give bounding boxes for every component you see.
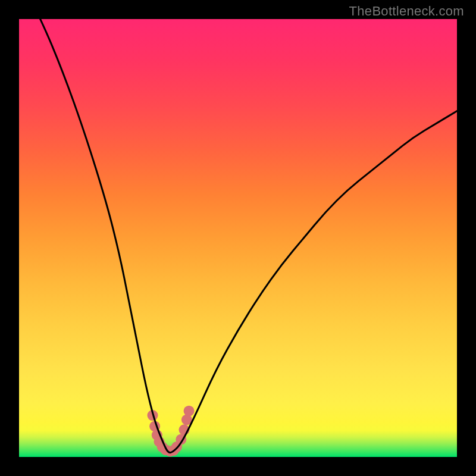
plot-area [19,19,457,457]
watermark-text: TheBottleneck.com [349,4,464,19]
curve-marker [184,406,195,416]
bottleneck-curve [19,19,457,453]
chart-svg [19,19,457,457]
outer-frame: TheBottleneck.com [0,0,476,476]
